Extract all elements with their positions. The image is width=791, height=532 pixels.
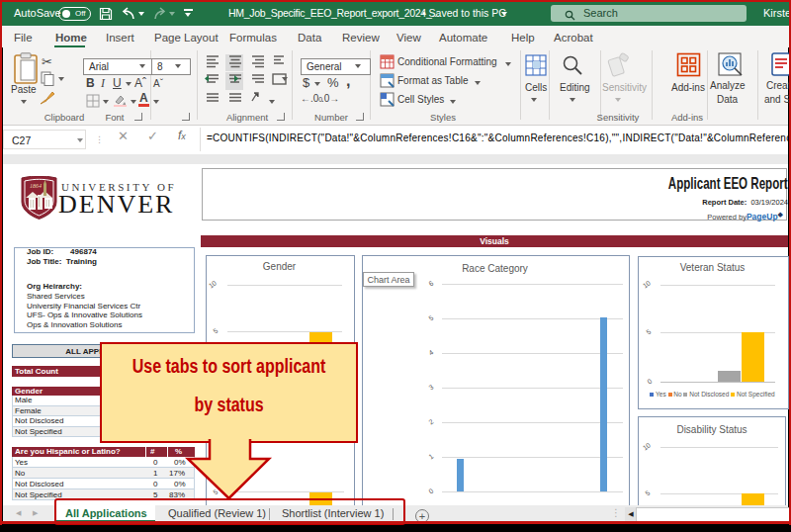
svg-text:1864: 1864 [30,183,42,189]
